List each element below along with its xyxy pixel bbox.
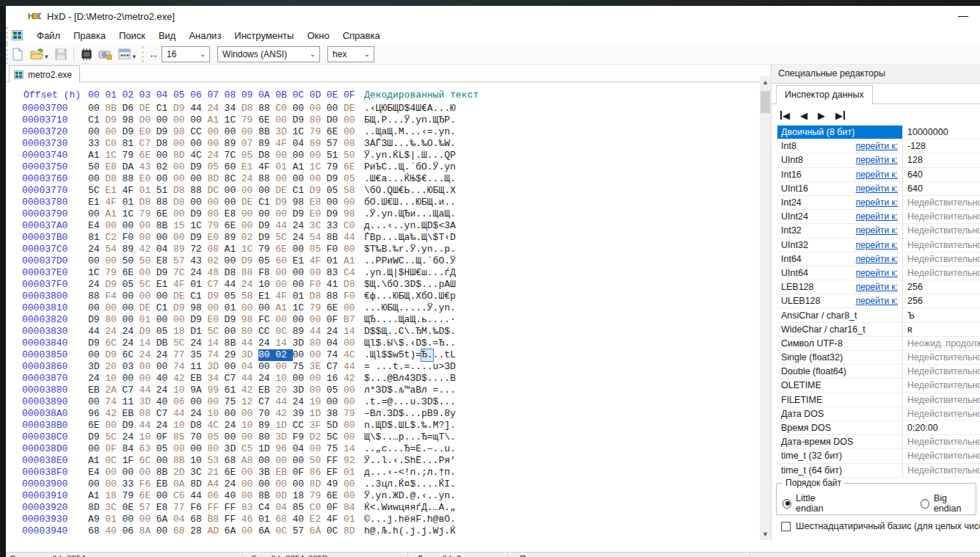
byte-cell[interactable]: 14 — [344, 326, 361, 338]
byte-cell[interactable]: 86 — [310, 467, 327, 478]
byte-cell[interactable]: 34 — [207, 373, 225, 385]
decoded-text[interactable]: Щ\$..…p...Ђ=щТ\. — [364, 432, 456, 443]
byte-cell[interactable]: 72 — [190, 244, 208, 255]
byte-cell[interactable]: 5C — [275, 232, 293, 244]
byte-cell[interactable]: 50 — [310, 455, 327, 467]
byte-cell[interactable]: 06 — [207, 490, 225, 502]
byte-cell[interactable]: 00 — [242, 490, 259, 502]
open-file-button[interactable] — [27, 45, 46, 63]
byte-cell[interactable]: F0 — [327, 244, 344, 255]
byte-cell[interactable]: 24 — [105, 326, 123, 338]
byte-cell[interactable]: 0F — [327, 502, 344, 514]
decoded-text[interactable]: = ...t.=....u>ЗD — [364, 361, 456, 373]
byte-cell[interactable]: 5C — [207, 326, 225, 338]
byte-cell[interactable]: 4F — [105, 197, 123, 208]
byte-cell[interactable]: 8D — [344, 525, 361, 537]
byte-cell[interactable]: A1 — [225, 244, 242, 255]
byte-cell[interactable]: 24 — [122, 338, 139, 349]
byte-cell[interactable]: 4F — [275, 138, 293, 150]
byte-cell[interactable]: 04 — [275, 502, 293, 514]
byte-cell[interactable]: 05 — [225, 291, 242, 302]
decoded-text[interactable]: .t.=@...u.ЗD$... — [364, 396, 456, 408]
byte-cell[interactable]: 00 — [242, 185, 259, 197]
byte-cell[interactable]: 80 — [310, 338, 327, 349]
byte-cell[interactable]: 24 — [292, 396, 310, 408]
byte-cell[interactable]: 3D — [292, 385, 310, 396]
byte-cell[interactable]: 05 — [258, 255, 276, 267]
goto-link[interactable]: перейти к: — [856, 170, 898, 180]
byte-cell[interactable]: D9 — [190, 208, 208, 220]
byte-cell[interactable]: 04 — [327, 338, 344, 349]
byte-cell[interactable]: 06 — [173, 396, 191, 408]
byte-cell[interactable]: 00 — [173, 138, 191, 150]
byte-cell[interactable]: D9 — [258, 220, 276, 232]
byte-cell[interactable]: 33 — [88, 138, 106, 150]
byte-cell[interactable]: 9A — [190, 385, 208, 396]
menu-file[interactable]: Файл — [30, 28, 67, 43]
byte-cell[interactable]: 88 — [258, 103, 276, 114]
byte-cell[interactable]: 01 — [344, 514, 361, 525]
byte-cell[interactable]: 00 — [344, 126, 361, 138]
goto-link[interactable]: перейти к: — [856, 141, 898, 151]
byte-cell[interactable]: 3B — [258, 467, 276, 478]
byte-cell[interactable]: 00 — [105, 420, 123, 432]
byte-cell[interactable]: 04 — [242, 361, 259, 373]
byte-cell[interactable]: D8 — [105, 173, 123, 185]
byte-cell[interactable]: 84 — [122, 443, 139, 455]
byte-cell[interactable]: 05 — [327, 185, 344, 197]
byte-cell[interactable]: C0 — [105, 138, 123, 150]
byte-cell[interactable]: 58 — [242, 291, 259, 302]
byte-cell[interactable]: 24 — [190, 267, 208, 279]
byte-cell[interactable]: 63 — [139, 443, 157, 455]
byte-cell[interactable]: 01 — [105, 514, 123, 525]
byte-cell[interactable]: 44 — [139, 385, 157, 396]
byte-cell[interactable]: 50 — [139, 255, 157, 267]
byte-cell[interactable]: E0 — [310, 208, 327, 220]
byte-cell[interactable]: 10 — [310, 396, 327, 408]
byte-cell[interactable]: 40 — [105, 525, 123, 537]
byte-cell[interactable]: 85 — [292, 502, 310, 514]
byte-cell[interactable]: C7 — [327, 361, 344, 373]
menu-analysis[interactable]: Анализ — [182, 28, 228, 43]
byte-cell[interactable]: 05 — [207, 161, 225, 173]
byte-cell[interactable]: 44 — [190, 103, 208, 114]
byte-cell[interactable]: D9 — [190, 232, 208, 244]
decoded-text[interactable]: \бО.QШ€Ь...ЮБЩ.X — [364, 185, 456, 197]
byte-cell[interactable]: 98 — [122, 114, 139, 126]
byte-cell[interactable]: 74 — [207, 349, 225, 361]
byte-cell[interactable]: 68 — [190, 514, 208, 525]
byte-cell[interactable]: 01 — [344, 467, 361, 478]
inspector-value[interactable]: Недействительно — [902, 407, 980, 421]
byte-cell[interactable]: C4 — [344, 267, 361, 279]
byte-cell[interactable]: 03 — [122, 361, 139, 373]
byte-cell[interactable]: 00 — [292, 478, 310, 490]
byte-cell[interactable]: 00 — [139, 220, 157, 232]
byte-cell[interactable]: D9 — [156, 126, 174, 138]
byte-cell[interactable]: 8D — [88, 502, 106, 514]
byte-cell[interactable]: 00 — [344, 490, 361, 502]
byte-cell[interactable]: 04 — [292, 443, 310, 455]
byte-cell[interactable]: 0C — [275, 525, 293, 537]
scroll-down-arrow[interactable]: ▼ — [760, 528, 771, 540]
byte-cell[interactable]: D6 — [122, 103, 139, 114]
byte-cell[interactable]: 00 — [156, 314, 174, 326]
byte-cell[interactable]: 2A — [105, 385, 123, 396]
byte-cell[interactable]: 0F — [292, 467, 310, 478]
byte-cell[interactable]: 00 — [310, 349, 327, 361]
byte-cell[interactable]: 02 — [242, 232, 259, 244]
byte-cell[interactable]: 5C — [173, 338, 191, 349]
byte-cell[interactable]: 6E — [258, 114, 276, 126]
byte-cell[interactable]: A1 — [292, 161, 310, 173]
byte-cell[interactable]: 00 — [242, 467, 259, 478]
byte-cell[interactable]: 3D — [139, 396, 157, 408]
byte-cell[interactable]: FC — [258, 314, 276, 326]
byte-cell[interactable]: 4C — [344, 349, 361, 361]
byte-cell[interactable]: F0 — [344, 291, 361, 302]
decoded-text[interactable]: Ў.yn.ЌL$|.Ш...QP — [364, 150, 456, 161]
byte-cell[interactable]: 8B — [173, 455, 191, 467]
byte-cell[interactable]: 28 — [190, 525, 208, 537]
byte-cell[interactable]: 00 — [242, 525, 259, 537]
byte-cell[interactable]: 98 — [190, 302, 208, 314]
byte-cell[interactable]: D9 — [105, 279, 123, 291]
byte-cell-selected[interactable]: 80 — [258, 349, 276, 361]
